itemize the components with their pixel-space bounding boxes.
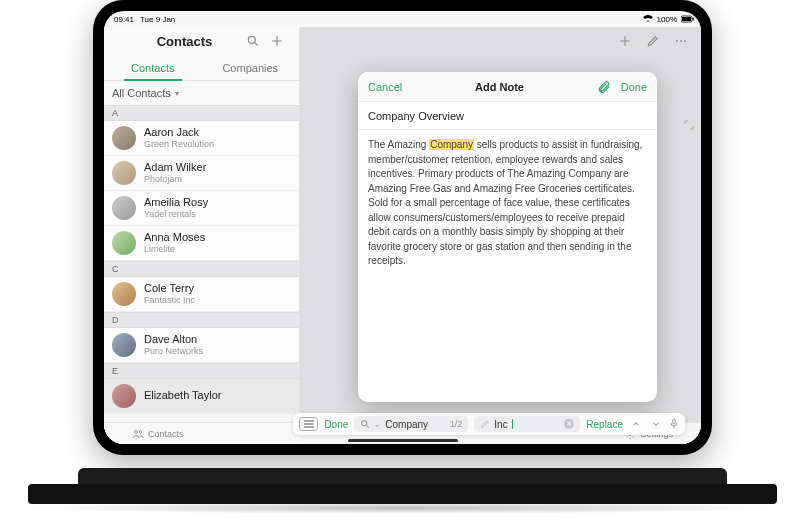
section-header: D: [104, 312, 299, 328]
find-replace-bar: Done ⌄ Company 1/2 Inc ✕ Replace: [293, 413, 685, 435]
search-icon: [360, 419, 370, 429]
svg-line-16: [367, 425, 370, 428]
avatar: [112, 282, 136, 306]
avatar: [112, 161, 136, 185]
contacts-sidebar: Contacts Contacts Companies All Contacts…: [104, 27, 300, 444]
contact-sub: Yadel rentals: [144, 209, 208, 220]
note-body[interactable]: The Amazing Company sells products to as…: [358, 130, 657, 402]
find-value: Company: [385, 419, 428, 430]
note-text-post: sells products to assist in fundraising,…: [368, 139, 642, 266]
status-time: 09:41: [114, 15, 134, 24]
find-next-button[interactable]: [649, 419, 663, 429]
svg-rect-17: [673, 419, 676, 424]
contact-name: Elizabeth Taylor: [144, 389, 221, 402]
done-button[interactable]: Done: [621, 81, 647, 93]
contact-row[interactable]: Adam WilkerPhotojam: [104, 156, 299, 191]
contact-sub: Fantastic Inc: [144, 295, 195, 306]
find-input[interactable]: ⌄ Company 1/2: [354, 416, 468, 432]
svg-point-13: [139, 430, 142, 433]
avatar: [112, 196, 136, 220]
contact-row[interactable]: Anna MosesLimelite: [104, 226, 299, 261]
contact-row[interactable]: Aaron JackGreen Revolution: [104, 121, 299, 156]
chevron-down-icon: ▾: [175, 89, 179, 98]
status-date: Tue 9 Jan: [140, 15, 175, 24]
bottom-tab-contacts[interactable]: Contacts: [132, 429, 184, 439]
device-bezel: 09:41 Tue 9 Jan 100% Contacts: [93, 0, 712, 455]
bottom-tab-label: Contacts: [148, 429, 184, 439]
contacts-icon: [132, 429, 144, 439]
contact-sub: Green Revolution: [144, 139, 214, 150]
add-icon[interactable]: [265, 29, 289, 53]
contact-sub: Photojam: [144, 174, 206, 185]
contact-name: Dave Alton: [144, 333, 203, 346]
wifi-icon: [643, 15, 653, 23]
contact-name: Aaron Jack: [144, 126, 214, 139]
keyboard-case: [78, 438, 727, 510]
avatar: [112, 231, 136, 255]
replace-value: Inc: [494, 419, 507, 430]
section-header: C: [104, 261, 299, 277]
svg-point-3: [248, 36, 255, 43]
filter-label: All Contacts: [112, 87, 171, 99]
svg-point-12: [135, 430, 138, 433]
find-count: 1/2: [450, 419, 463, 429]
clear-icon[interactable]: ✕: [564, 419, 574, 429]
add-note-modal: Cancel Add Note Done Company Overview Th…: [358, 72, 657, 402]
contact-name: Adam Wilker: [144, 161, 206, 174]
avatar: [112, 126, 136, 150]
attachment-icon[interactable]: [597, 80, 611, 94]
chevron-down-icon[interactable]: ⌄: [374, 420, 381, 429]
filter-dropdown[interactable]: All Contacts ▾: [104, 81, 299, 105]
section-header: A: [104, 105, 299, 121]
battery-icon: [681, 15, 691, 23]
text-cursor: [512, 419, 513, 429]
contact-sub: Puro Networks: [144, 346, 203, 357]
tablet-device: 09:41 Tue 9 Jan 100% Contacts: [78, 0, 727, 510]
contact-row[interactable]: Ameilia RosyYadel rentals: [104, 191, 299, 226]
find-prev-button[interactable]: [629, 419, 643, 429]
contact-name: Cole Terry: [144, 282, 195, 295]
contact-row[interactable]: Dave AltonPuro Networks: [104, 328, 299, 363]
avatar: [112, 384, 136, 408]
tab-companies[interactable]: Companies: [202, 55, 300, 80]
sidebar-tabs: Contacts Companies: [104, 55, 299, 81]
replace-button[interactable]: Replace: [586, 419, 623, 430]
contact-sub: Limelite: [144, 244, 205, 255]
status-battery: 100%: [657, 15, 677, 24]
contact-row[interactable]: Elizabeth Taylor: [104, 379, 299, 414]
screen: 09:41 Tue 9 Jan 100% Contacts: [104, 11, 701, 444]
search-icon[interactable]: [241, 29, 265, 53]
cancel-button[interactable]: Cancel: [368, 81, 402, 93]
svg-line-4: [255, 43, 258, 46]
contact-name: Anna Moses: [144, 231, 205, 244]
mic-icon[interactable]: [669, 418, 679, 430]
replace-input[interactable]: Inc ✕: [474, 416, 580, 432]
svg-rect-1: [682, 17, 691, 21]
sidebar-title: Contacts: [128, 34, 241, 49]
tab-contacts[interactable]: Contacts: [104, 55, 202, 80]
svg-rect-2: [693, 18, 694, 21]
find-done-button[interactable]: Done: [324, 419, 348, 430]
note-text-pre: The Amazing: [368, 139, 429, 150]
pencil-icon: [480, 419, 490, 429]
svg-point-15: [362, 421, 367, 426]
search-highlight: Company: [429, 139, 474, 150]
keyboard-icon[interactable]: [299, 417, 318, 431]
status-bar: 09:41 Tue 9 Jan 100%: [104, 11, 701, 27]
note-subject-field[interactable]: Company Overview: [358, 102, 657, 130]
contact-row[interactable]: Cole TerryFantastic Inc: [104, 277, 299, 312]
contact-name: Ameilia Rosy: [144, 196, 208, 209]
section-header: E: [104, 363, 299, 379]
modal-title: Add Note: [475, 81, 524, 93]
avatar: [112, 333, 136, 357]
